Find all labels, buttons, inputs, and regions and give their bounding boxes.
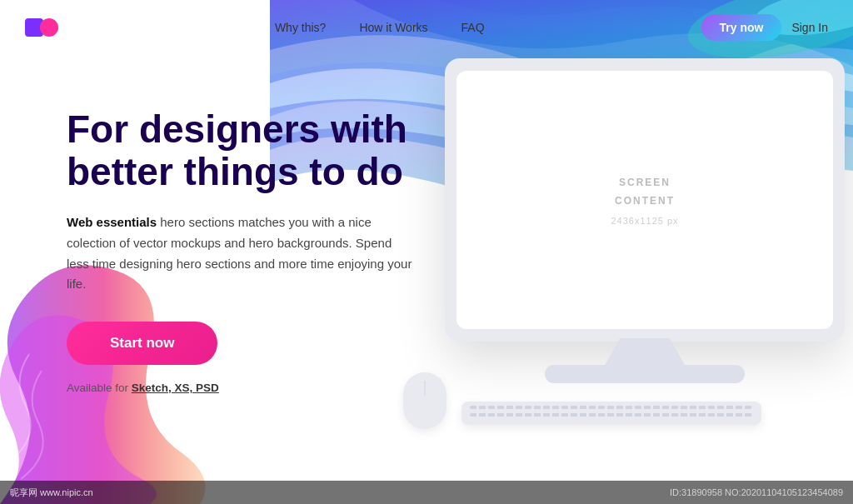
nav-item-faq[interactable]: FAQ	[461, 20, 485, 35]
hero-desc-bold: Web essentials	[67, 215, 157, 229]
screen-content-label: SCREENCONTENT	[615, 174, 675, 210]
sign-in-button[interactable]: Sign In	[791, 21, 828, 34]
nav-links: Why this? How it Works FAQ	[275, 20, 485, 35]
navigation: Why this? How it Works FAQ Try now Sign …	[0, 0, 853, 54]
monitor-neck	[603, 338, 686, 368]
available-tools-link[interactable]: Sketch, XS, PSD	[132, 382, 219, 394]
watermark-bar: 昵享网 www.nipic.cn ID:31890958 NO:20201104…	[0, 481, 853, 504]
hero-content: For designers with better things to do W…	[67, 108, 417, 395]
keyboard	[461, 402, 761, 425]
available-text: Available for Sketch, XS, PSD	[67, 382, 219, 394]
monitor-screen: SCREENCONTENT 2436x1125 px	[456, 71, 833, 329]
watermark-right: ID:31890958 NO:20201104105123454089	[670, 487, 843, 497]
hero-title: For designers with better things to do	[67, 108, 417, 192]
logo	[25, 18, 58, 37]
nav-link-why[interactable]: Why this?	[275, 21, 326, 34]
try-now-button[interactable]: Try now	[701, 14, 782, 41]
nav-link-faq[interactable]: FAQ	[461, 21, 485, 34]
start-now-button[interactable]: Start now	[67, 322, 217, 365]
watermark-left: 昵享网 www.nipic.cn	[10, 487, 93, 499]
available-prefix: Available for	[67, 382, 132, 394]
hero-description: Web essentials hero sections matches you…	[67, 212, 417, 295]
monitor-base	[545, 365, 745, 383]
nav-actions: Try now Sign In	[701, 14, 829, 41]
nav-link-how[interactable]: How it Works	[359, 21, 427, 34]
screen-size-label: 2436x1125 px	[611, 216, 678, 226]
nav-item-how[interactable]: How it Works	[359, 20, 427, 35]
logo-circle-icon	[40, 18, 58, 37]
monitor-mockup: SCREENCONTENT 2436x1125 px	[412, 50, 853, 450]
nav-item-why[interactable]: Why this?	[275, 20, 326, 35]
monitor-body: SCREENCONTENT 2436x1125 px	[445, 58, 845, 342]
